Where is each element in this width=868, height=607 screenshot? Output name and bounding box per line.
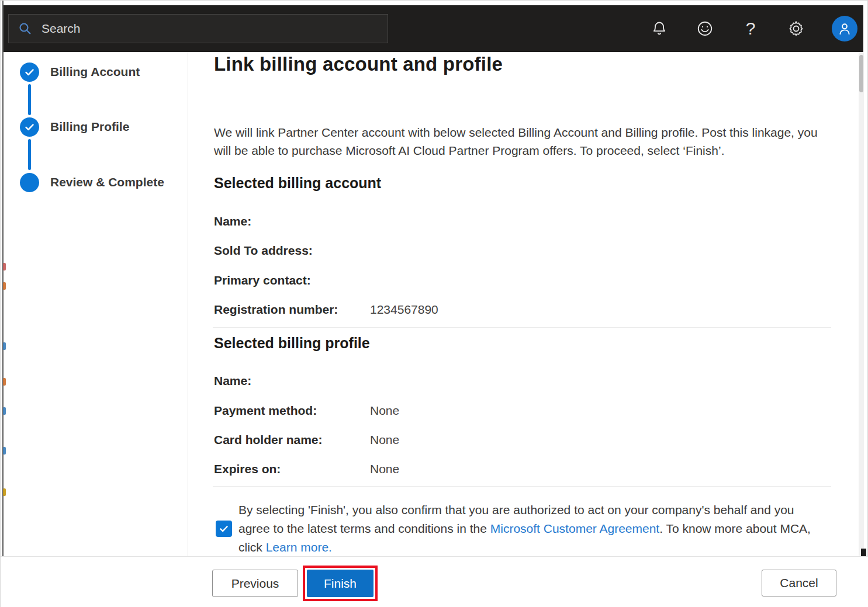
microsoft-customer-agreement-link[interactable]: Microsoft Customer Agreement xyxy=(490,522,659,535)
person-icon xyxy=(837,21,852,36)
step-label-billing-profile[interactable]: Billing Profile xyxy=(50,120,129,134)
step-connector xyxy=(28,84,31,115)
step-billing-account-indicator[interactable] xyxy=(20,63,39,82)
field-label: Payment method: xyxy=(214,404,317,418)
billing-profile-heading: Selected billing profile xyxy=(214,335,370,352)
check-icon xyxy=(24,67,35,78)
search-box[interactable] xyxy=(8,14,388,43)
step-billing-profile-indicator[interactable] xyxy=(20,117,39,137)
wizard-stepper: Billing Account Billing Profile Review &… xyxy=(4,52,188,556)
field-value: None xyxy=(370,433,399,447)
vertical-scrollbar-track[interactable] xyxy=(859,53,864,556)
field-label: Card holder name: xyxy=(214,433,323,447)
field-label: Registration number: xyxy=(214,303,338,317)
learn-more-link[interactable]: Learn more. xyxy=(266,540,332,554)
agreement-text: By selecting 'Finish', you also confirm … xyxy=(238,501,829,557)
finish-button[interactable]: Finish xyxy=(307,570,374,597)
field-label: Name: xyxy=(214,214,251,228)
main-content: Link billing account and profile We will… xyxy=(189,52,858,556)
field-label: Name: xyxy=(214,374,251,388)
settings-gear-icon[interactable] xyxy=(786,19,806,39)
left-edge-artifact xyxy=(3,378,6,386)
search-input[interactable] xyxy=(42,22,369,36)
vertical-scrollbar-thumb[interactable] xyxy=(859,55,863,92)
section-divider xyxy=(213,486,831,487)
billing-account-heading: Selected billing account xyxy=(214,175,381,192)
cancel-button[interactable]: Cancel xyxy=(762,570,836,596)
previous-button[interactable]: Previous xyxy=(212,570,298,597)
footer-action-bar: Previous Finish Cancel xyxy=(1,556,868,607)
field-value: None xyxy=(370,462,399,476)
check-icon xyxy=(219,523,229,534)
left-edge-artifact xyxy=(3,447,6,455)
step-connector xyxy=(28,139,31,170)
left-edge-artifact xyxy=(3,263,6,270)
field-value: 1234567890 xyxy=(370,303,438,317)
search-icon xyxy=(18,22,32,36)
field-label: Sold To address: xyxy=(214,244,313,258)
account-avatar[interactable] xyxy=(832,16,857,41)
step-label-billing-account[interactable]: Billing Account xyxy=(50,65,140,79)
red-highlight-annotation: Finish xyxy=(303,566,378,601)
page-title: Link billing account and profile xyxy=(214,53,503,75)
section-divider xyxy=(213,327,831,328)
agreement-checkbox[interactable] xyxy=(216,521,232,537)
field-label: Expires on: xyxy=(214,462,281,476)
window-left-border xyxy=(2,1,4,607)
window-frame: ? Billing Account xyxy=(0,0,868,607)
left-edge-artifact xyxy=(3,488,6,496)
intro-text: We will link Partner Center account with… xyxy=(214,123,831,159)
notifications-bell-icon[interactable] xyxy=(649,19,669,39)
help-icon[interactable]: ? xyxy=(741,19,760,39)
feedback-smiley-icon[interactable] xyxy=(695,19,715,39)
step-label-review-complete[interactable]: Review & Complete xyxy=(50,175,164,189)
field-label: Primary contact: xyxy=(214,273,311,287)
left-edge-artifact xyxy=(3,407,6,415)
left-edge-artifact xyxy=(3,342,6,350)
topbar: ? xyxy=(4,5,863,52)
check-icon xyxy=(24,122,35,133)
topbar-icons: ? xyxy=(649,5,857,52)
step-review-complete-indicator[interactable] xyxy=(20,173,39,192)
field-value: None xyxy=(370,404,399,418)
left-edge-artifact xyxy=(3,282,6,290)
